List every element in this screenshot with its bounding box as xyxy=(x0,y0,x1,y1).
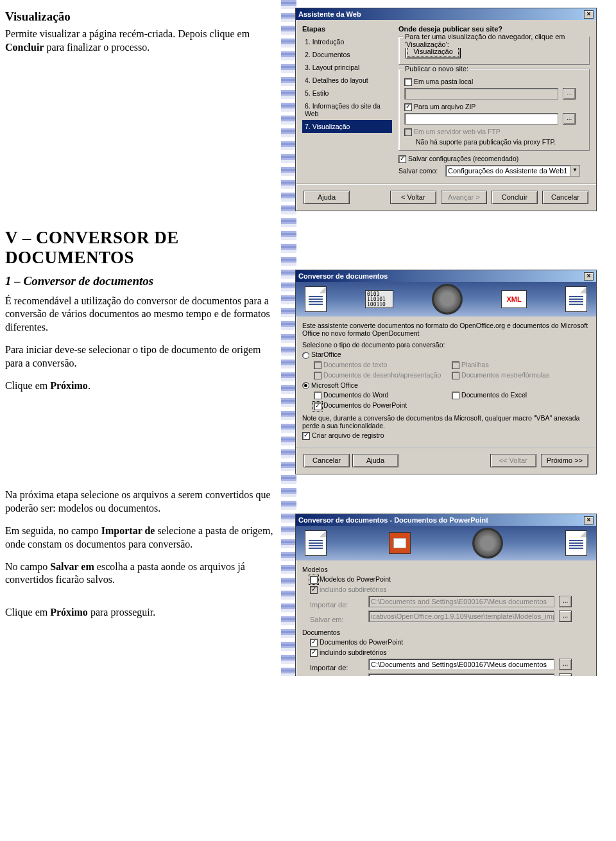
label-ppt-models: Modelos do PowerPoint xyxy=(320,575,391,583)
checkbox-local-folder[interactable] xyxy=(404,78,412,86)
import-label-2: Importar de: xyxy=(310,664,366,672)
document-icon xyxy=(305,286,327,312)
import-field-2[interactable]: C:\Documents and Settings\E000167\Meus d… xyxy=(368,659,554,670)
documents-group-label: Documentos xyxy=(302,629,590,636)
section2-p1: É recomendável a utilização do conversor… xyxy=(5,295,276,334)
dialog-web-assistant: Assistente da Web × Etapas 1. Introdução… xyxy=(295,8,597,211)
save-as-label: Salvar como: xyxy=(398,167,443,175)
help-button[interactable]: Ajuda xyxy=(352,454,398,467)
finish-button[interactable]: Concluir xyxy=(492,191,538,204)
checkbox-zip[interactable] xyxy=(404,103,412,111)
browse-local-button[interactable]: ... xyxy=(563,88,576,100)
checkbox-powerpoint[interactable] xyxy=(314,403,321,410)
dialog2-title: Conversor de documentos xyxy=(298,272,388,280)
radio-staroffice[interactable] xyxy=(302,352,309,359)
label-save-config: Salvar configurações (recomendado) xyxy=(408,155,518,162)
step-3[interactable]: 3. Layout principal xyxy=(302,61,392,74)
browse-import-1-button[interactable]: ... xyxy=(559,596,572,607)
browse-save-1-button[interactable]: ... xyxy=(559,611,572,622)
save-as-combo[interactable]: Configurações do Assistente da Web1▼ xyxy=(445,165,580,177)
section2-p2: Para iniciar deve-se selecionar o tipo d… xyxy=(5,343,276,370)
label-subdirs-1: incluindo subdiretórios xyxy=(320,585,386,593)
checkbox-ppt-docs[interactable] xyxy=(310,639,318,646)
publish-legend: Publicar o novo site: xyxy=(403,65,470,73)
step-5[interactable]: 5. Estilo xyxy=(302,87,392,100)
browse-import-2-button[interactable]: ... xyxy=(559,659,572,670)
subsection-title: 1 – Conversor de documentos xyxy=(5,274,276,288)
checkbox-word[interactable] xyxy=(314,392,321,399)
checkbox-subdirs-2[interactable] xyxy=(310,649,318,657)
models-group-label: Modelos xyxy=(302,566,590,573)
step-2[interactable]: 2. Documentos xyxy=(302,48,392,61)
dialog-converter-powerpoint: Conversor de documentos - Documentos do … xyxy=(295,514,597,676)
zip-path-field[interactable] xyxy=(404,113,558,125)
vba-note: Note que, durante a conversão de documen… xyxy=(302,414,590,429)
select-type-label: Selecione o tipo de documento para conve… xyxy=(302,341,590,349)
powerpoint-icon xyxy=(389,532,411,554)
checkbox-save-config[interactable] xyxy=(398,155,406,163)
back-button[interactable]: < Voltar xyxy=(390,191,436,204)
cancel-button[interactable]: Cancelar xyxy=(304,454,350,467)
ftp-note: Não há suporte para publicação via proxy… xyxy=(404,138,584,146)
section3-p3: No campo Salvar em escolha a pasta aonde… xyxy=(5,560,286,587)
step-7-active[interactable]: 7. Visualização xyxy=(302,120,392,133)
checkbox-create-log[interactable] xyxy=(302,432,310,440)
close-icon[interactable]: × xyxy=(584,516,594,525)
label-formulas: Documentos mestre/fórmulas xyxy=(461,371,549,379)
section-title-visualizacao: Visualização xyxy=(5,10,276,24)
dialog3-title: Conversor de documentos - Documentos do … xyxy=(298,516,488,524)
label-word: Documentos do Word xyxy=(323,391,388,399)
next-button[interactable]: Próximo >> xyxy=(541,454,588,467)
dialog1-title: Assistente da Web xyxy=(298,10,361,18)
label-text-docs: Documentos de texto xyxy=(323,361,387,368)
local-folder-field xyxy=(404,88,558,100)
close-icon[interactable]: × xyxy=(584,272,594,281)
cancel-button[interactable]: Cancelar xyxy=(542,191,588,204)
close-icon[interactable]: × xyxy=(584,10,594,19)
document-icon xyxy=(565,286,587,312)
radio-msoffice[interactable] xyxy=(302,382,309,389)
import-field-1: C:\Documents and Settings\E000167\Meus d… xyxy=(368,596,554,607)
steps-label: Etapas xyxy=(302,25,392,33)
step-6[interactable]: 6. Informações do site da Web xyxy=(302,100,392,120)
label-drawing: Documentos de desenho/apresentação xyxy=(323,371,441,379)
label-spreadsheets: Planilhas xyxy=(461,361,489,368)
import-label-1: Importar de: xyxy=(310,601,366,609)
steps-list: 1. Introdução 2. Documentos 3. Layout pr… xyxy=(302,35,392,133)
step-4[interactable]: 4. Detalhes do layout xyxy=(302,74,392,87)
label-ppt-docs: Documentos do PowerPoint xyxy=(320,638,403,646)
dialog3-banner xyxy=(296,526,596,560)
label-powerpoint: Documentos do PowerPoint xyxy=(323,401,407,409)
save-field-1: icativos\OpenOffice.org1.9.109\user\temp… xyxy=(368,611,554,622)
binary-chip-icon: 0101 110101 100110 xyxy=(365,290,393,308)
publish-header: Onde deseja publicar seu site? xyxy=(398,25,590,33)
help-button[interactable]: Ajuda xyxy=(304,191,350,204)
checkbox-text-docs xyxy=(314,361,321,369)
label-zip: Para um arquivo ZIP xyxy=(414,103,475,110)
label-staroffice: StarOffice xyxy=(311,351,341,358)
document-icon xyxy=(565,530,587,556)
section3-p4: Clique em Próximo para prosseguir. xyxy=(5,606,286,620)
checkbox-excel[interactable] xyxy=(452,392,459,399)
section3-p2: Em seguida, no campo Importar de selecio… xyxy=(5,525,286,551)
section3-p1: Na próxima etapa selecione os arquivos a… xyxy=(5,489,286,516)
step-1[interactable]: 1. Introdução xyxy=(302,35,392,48)
label-create-log: Criar arquivo de registro xyxy=(312,431,384,439)
dialog2-banner: 0101 110101 100110 XML xyxy=(296,282,596,316)
browse-save-2-button[interactable]: ... xyxy=(559,673,572,676)
dialog-document-converter: Conversor de documentos × 0101 110101 10… xyxy=(295,270,597,474)
checkbox-ppt-models[interactable] xyxy=(310,576,318,584)
label-ftp: Em um servidor web via FTP xyxy=(414,128,501,135)
dialog2-intro: Este assistente converte documentos no f… xyxy=(302,322,590,337)
gear-icon xyxy=(472,528,503,559)
save-field-2[interactable]: C:\Documents and Settings\E000167\Meus d… xyxy=(368,673,554,676)
back-button: << Voltar xyxy=(490,454,536,467)
section1-paragraph: Permite visualizar a página recém-criada… xyxy=(5,28,276,55)
gear-icon xyxy=(432,284,463,315)
section-title-conversor: V – CONVERSOR DE DOCUMENTOS xyxy=(5,228,276,268)
label-msoffice: Microsoft Office xyxy=(311,381,358,389)
label-local-folder: Em uma pasta local xyxy=(414,78,473,85)
checkbox-ftp xyxy=(404,128,412,136)
browse-zip-button[interactable]: ... xyxy=(563,113,576,125)
section2-p3: Clique em Próximo. xyxy=(5,379,276,393)
